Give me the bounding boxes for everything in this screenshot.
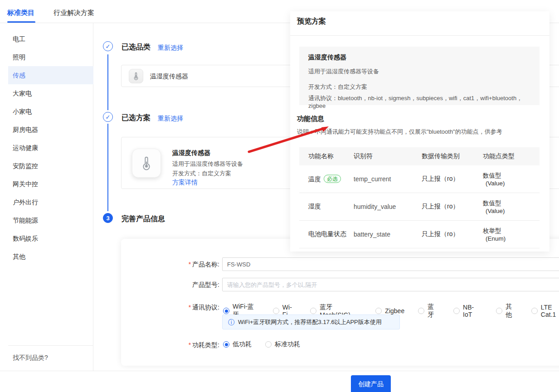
radio-dot — [375, 308, 382, 314]
sidebar-item-shumayule[interactable]: 数码娱乐 — [8, 229, 93, 247]
radio-dot — [496, 308, 502, 314]
radio-other[interactable]: 其他 — [496, 303, 518, 319]
protocol-hint: ⓘ WiFi+蓝牙联网方式，推荐搭配3.17.6以上APP版本使用 — [222, 315, 400, 329]
radio-low-power[interactable]: 低功耗 — [223, 340, 252, 348]
sidebar-item-chufangdianqi[interactable]: 厨房电器 — [8, 121, 93, 139]
thermometer-icon — [129, 69, 143, 83]
sidebar-item-zhaoming[interactable]: 照明 — [8, 48, 93, 66]
radio-standard-power[interactable]: 标准功耗 — [265, 340, 300, 348]
feature-name: 湿度 — [308, 203, 347, 211]
col-type: 功能点类型 — [483, 152, 533, 160]
protocol-hint-text: WiFi+蓝牙联网方式，推荐搭配3.17.6以上APP版本使用 — [238, 318, 382, 326]
radio-dot — [310, 308, 316, 314]
step2-reselect-link[interactable]: 重新选择 — [158, 115, 183, 123]
product-info-form: *产品名称: 产品型号: *通讯协议: WiFi-蓝牙 Wi-Fi 蓝牙Mesh… — [121, 239, 559, 366]
category-list: 电工 照明 传感 大家电 小家电 厨房电器 运动健康 安防监控 网关中控 户外出… — [0, 30, 93, 266]
radio-dot — [531, 308, 538, 314]
required-badge: 必选 — [324, 175, 341, 183]
radio-nbiot[interactable]: NB-IoT — [453, 304, 482, 318]
sidebar-item-chuangan[interactable]: 传感 — [8, 66, 93, 84]
create-product-button[interactable]: 创建产品 — [351, 375, 391, 392]
step1-reselect-link[interactable]: 重新选择 — [158, 44, 183, 52]
feature-identifier: humidity_value — [354, 203, 417, 210]
sidebar-item-huwaichuxing[interactable]: 户外出行 — [8, 193, 93, 211]
radio-dot — [223, 341, 229, 348]
step3-number: 3 — [103, 213, 113, 223]
radio-dot — [223, 308, 229, 314]
feature-type: 数值型(Value) — [483, 199, 533, 214]
preview-title: 预览方案 — [297, 17, 326, 26]
solution-name: 温湿度传感器 — [172, 149, 210, 157]
product-model-label: 产品型号: — [176, 281, 219, 289]
preview-dev-mode: 开发方式：自定义方案 — [308, 83, 530, 91]
preview-protocols: 通讯协议：bluetooth，nb-iot，sigmesh，subpieces，… — [308, 94, 530, 109]
feature-type: 数值型(Value) — [483, 172, 533, 187]
sidebar-item-jiengnengyuan[interactable]: 节能能源 — [8, 211, 93, 229]
feature-transfer: 只上报（ro） — [422, 230, 476, 238]
product-name-input[interactable] — [222, 257, 559, 271]
solution-dev-mode: 开发方式：自定义方案 — [172, 169, 231, 178]
sidebar-item-yundongjiankang[interactable]: 运动健康 — [8, 139, 93, 157]
step3-title: 完善产品信息 — [122, 214, 165, 224]
radio-lte-cat1[interactable]: LTE Cat.1 — [531, 304, 559, 318]
table-row: 温度必选 temp_current 只上报（ro） 数值型(Value) — [299, 165, 540, 193]
category-sidebar: 电工 照明 传感 大家电 小家电 厨房电器 运动健康 安防监控 网关中控 户外出… — [0, 23, 93, 371]
solution-detail-link[interactable]: 方案详情 — [172, 179, 198, 187]
col-identifier: 识别符 — [354, 152, 417, 160]
feature-identifier: battery_state — [354, 231, 417, 238]
product-model-input[interactable] — [222, 278, 559, 291]
table-row: 电池电量状态 battery_state 只上报（ro） 枚举型(Enum) — [299, 221, 540, 248]
radio-dot — [265, 341, 272, 348]
preview-solution-name: 温湿度传感器 — [308, 53, 530, 62]
solution-preview-popup: 预览方案 温湿度传感器 适用于温湿度传感器等设备 开发方式：自定义方案 通讯协议… — [290, 11, 549, 252]
feature-name: 温度必选 — [308, 175, 347, 184]
preview-divider — [290, 35, 549, 36]
product-name-label: *产品名称: — [176, 261, 219, 269]
product-create-page: 标准类目 行业解决方案 电工 照明 传感 大家电 小家电 厨房电器 运动健康 安… — [0, 0, 559, 392]
features-table-header: 功能名称 识别符 数据传输类别 功能点类型 — [299, 147, 540, 165]
required-mark: * — [189, 341, 191, 348]
sidebar-item-dajiadian[interactable]: 大家电 — [8, 84, 93, 102]
feature-type: 枚举型(Enum) — [483, 227, 533, 242]
radio-dot — [453, 308, 460, 314]
radio-ble[interactable]: 蓝牙 — [418, 303, 440, 319]
info-icon: ⓘ — [228, 319, 234, 325]
col-transfer: 数据传输类别 — [422, 152, 476, 160]
radio-zigbee[interactable]: Zigbee — [375, 307, 404, 315]
step-connector-line — [107, 54, 108, 214]
features-table: 功能名称 识别符 数据传输类别 功能点类型 温度必选 temp_current … — [299, 147, 540, 248]
required-mark: * — [189, 261, 191, 268]
step1-title: 已选品类 — [122, 43, 151, 52]
preview-solution-desc: 适用于温湿度传感器等设备 — [308, 68, 530, 76]
step2-check-icon: ✓ — [103, 112, 113, 122]
power-radio-group: 低功耗 标准功耗 — [223, 340, 300, 348]
step2-title: 已选方案 — [122, 113, 151, 123]
sidebar-item-anfangjiankong[interactable]: 安防监控 — [8, 157, 93, 175]
feature-transfer: 只上报（ro） — [422, 175, 476, 183]
footer-bar: 创建产品 — [0, 371, 559, 392]
radio-dot — [273, 308, 279, 314]
feature-transfer: 只上报（ro） — [422, 203, 476, 211]
features-note: 说明：不同通讯能力可能支持功能点不同，仅展示"bluetooth"的功能点，供参… — [297, 128, 502, 136]
features-heading: 功能信息 — [297, 115, 324, 123]
selected-category-name: 温湿度传感器 — [150, 73, 188, 81]
col-name: 功能名称 — [308, 152, 347, 160]
required-mark: * — [189, 304, 191, 311]
tab-industry-solution[interactable]: 行业解决方案 — [53, 9, 94, 17]
active-tab-underline — [7, 21, 35, 23]
tab-standard-category[interactable]: 标准类目 — [7, 9, 34, 17]
protocol-label: *通讯协议: — [176, 304, 219, 312]
preview-summary-box: 温湿度传感器 适用于温湿度传感器等设备 开发方式：自定义方案 通讯协议：blue… — [299, 47, 540, 105]
table-row: 湿度 humidity_value 只上报（ro） 数值型(Value) — [299, 193, 540, 221]
thermometer-icon — [132, 149, 161, 178]
sidebar-item-qita[interactable]: 其他 — [8, 247, 93, 266]
radio-dot — [418, 308, 424, 314]
sidebar-item-wangguanzhongkong[interactable]: 网关中控 — [8, 175, 93, 193]
sidebar-item-xiaojiadian[interactable]: 小家电 — [8, 102, 93, 121]
feature-name: 电池电量状态 — [308, 230, 347, 238]
feature-identifier: temp_current — [354, 175, 417, 183]
sidebar-item-diangong[interactable]: 电工 — [8, 30, 93, 48]
sidebar-separator — [8, 345, 93, 346]
cannot-find-category-link[interactable]: 找不到品类? — [13, 354, 48, 362]
power-type-label: *功耗类型: — [176, 341, 219, 349]
